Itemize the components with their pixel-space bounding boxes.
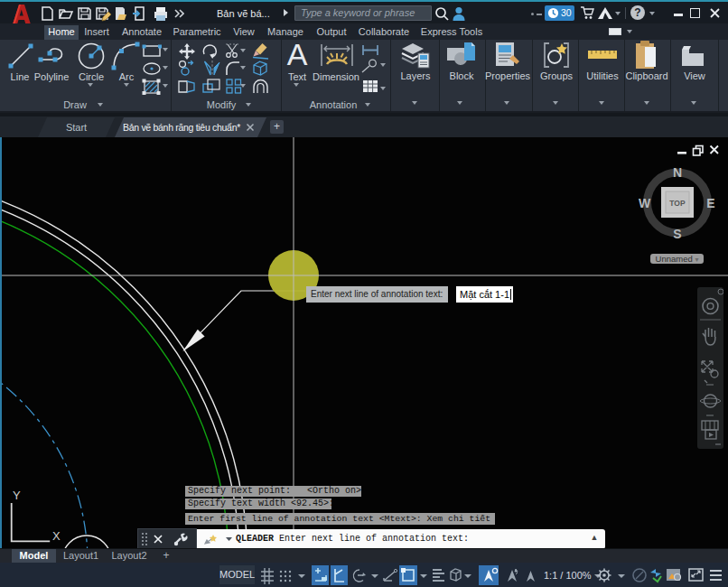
- svg-text:E: E: [706, 196, 714, 210]
- svg-text:W: W: [639, 196, 651, 210]
- svg-text:N: N: [673, 165, 682, 180]
- svg-text:Y: Y: [13, 489, 21, 502]
- svg-text:S: S: [673, 227, 681, 241]
- svg-text:X: X: [52, 529, 61, 543]
- svg-text:1:1 / 100%: 1:1 / 100%: [544, 570, 592, 581]
- svg-text:TOP: TOP: [669, 199, 686, 208]
